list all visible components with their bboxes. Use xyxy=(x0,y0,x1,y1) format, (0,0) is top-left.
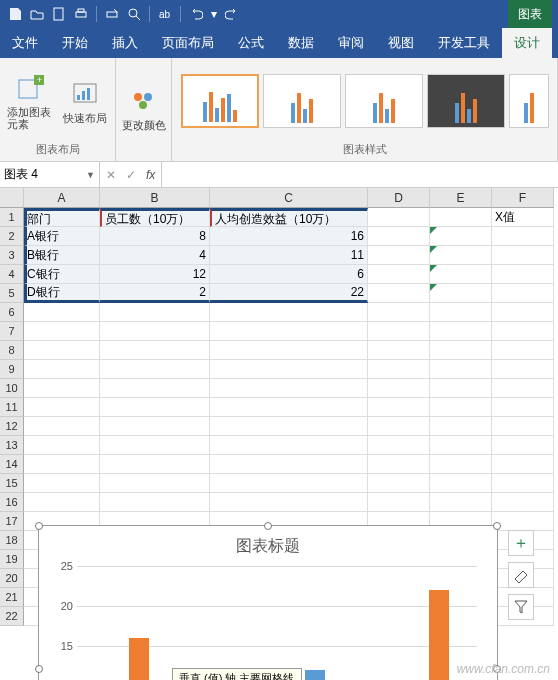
chart-style-4[interactable] xyxy=(427,74,505,128)
cell-D7[interactable] xyxy=(368,322,430,341)
dropdown-icon[interactable]: ▾ xyxy=(209,5,219,23)
cell-F10[interactable] xyxy=(492,379,554,398)
row-head-8[interactable]: 8 xyxy=(0,341,24,360)
tab-data[interactable]: 数据 xyxy=(276,28,326,58)
row-head-14[interactable]: 14 xyxy=(0,455,24,474)
print-icon[interactable] xyxy=(72,5,90,23)
row-head-10[interactable]: 10 xyxy=(0,379,24,398)
row-head-2[interactable]: 2 xyxy=(0,227,24,246)
quick-layout-button[interactable]: 快速布局 xyxy=(61,77,109,126)
bar-人均创造效益（10万）-A银行[interactable] xyxy=(129,638,149,680)
cell-D16[interactable] xyxy=(368,493,430,512)
chart-object[interactable]: 图表标题 0510152025A银行B银行C银行D银行 员工数（10万） 人均创… xyxy=(38,525,498,680)
accept-formula-icon[interactable]: ✓ xyxy=(126,168,136,182)
new-icon[interactable] xyxy=(50,5,68,23)
cell-A13[interactable] xyxy=(24,436,100,455)
cell-B1[interactable]: 员工数（10万） xyxy=(100,208,210,227)
chart-styles-button[interactable] xyxy=(508,562,534,588)
cell-E7[interactable] xyxy=(430,322,492,341)
cell-E1[interactable] xyxy=(430,208,492,227)
cell-E13[interactable] xyxy=(430,436,492,455)
cell-A6[interactable] xyxy=(24,303,100,322)
cell-F11[interactable] xyxy=(492,398,554,417)
cell-C7[interactable] xyxy=(210,322,368,341)
select-all-corner[interactable] xyxy=(0,188,24,208)
cell-F7[interactable] xyxy=(492,322,554,341)
row-head-6[interactable]: 6 xyxy=(0,303,24,322)
tab-view[interactable]: 视图 xyxy=(376,28,426,58)
cell-C11[interactable] xyxy=(210,398,368,417)
cell-F1[interactable]: X值 xyxy=(492,208,554,227)
row-head-16[interactable]: 16 xyxy=(0,493,24,512)
cell-F15[interactable] xyxy=(492,474,554,493)
cell-D15[interactable] xyxy=(368,474,430,493)
cell-C1[interactable]: 人均创造效益（10万） xyxy=(210,208,368,227)
cell-D5[interactable] xyxy=(368,284,430,303)
cell-D14[interactable] xyxy=(368,455,430,474)
row-head-20[interactable]: 20 xyxy=(0,569,24,588)
cell-B11[interactable] xyxy=(100,398,210,417)
chart-filter-button[interactable] xyxy=(508,594,534,620)
col-head-D[interactable]: D xyxy=(368,188,430,208)
cell-C8[interactable] xyxy=(210,341,368,360)
cell-F3[interactable] xyxy=(492,246,554,265)
tab-formula[interactable]: 公式 xyxy=(226,28,276,58)
cell-E6[interactable] xyxy=(430,303,492,322)
cell-D2[interactable] xyxy=(368,227,430,246)
cell-C16[interactable] xyxy=(210,493,368,512)
row-head-19[interactable]: 19 xyxy=(0,550,24,569)
cell-F4[interactable] xyxy=(492,265,554,284)
save-icon[interactable] xyxy=(6,5,24,23)
formula-bar-input[interactable] xyxy=(162,162,558,187)
cell-C9[interactable] xyxy=(210,360,368,379)
cell-C6[interactable] xyxy=(210,303,368,322)
chart-style-5[interactable] xyxy=(509,74,549,128)
cell-F12[interactable] xyxy=(492,417,554,436)
col-head-F[interactable]: F xyxy=(492,188,554,208)
quick-print-icon[interactable] xyxy=(103,5,121,23)
row-head-22[interactable]: 22 xyxy=(0,607,24,626)
cell-E14[interactable] xyxy=(430,455,492,474)
cell-C12[interactable] xyxy=(210,417,368,436)
undo-icon[interactable] xyxy=(187,5,205,23)
chart-style-gallery[interactable] xyxy=(181,74,549,128)
preview-icon[interactable] xyxy=(125,5,143,23)
cell-A2[interactable]: A银行 xyxy=(24,227,100,246)
cell-F6[interactable] xyxy=(492,303,554,322)
row-head-15[interactable]: 15 xyxy=(0,474,24,493)
tab-file[interactable]: 文件 xyxy=(0,28,50,58)
cell-D13[interactable] xyxy=(368,436,430,455)
cell-B3[interactable]: 4 xyxy=(100,246,210,265)
tab-home[interactable]: 开始 xyxy=(50,28,100,58)
tab-design[interactable]: 设计 xyxy=(502,28,552,58)
bar-员工数（10万）-C银行[interactable] xyxy=(305,670,325,680)
name-box-dropdown-icon[interactable]: ▼ xyxy=(86,170,95,180)
cell-C2[interactable]: 16 xyxy=(210,227,368,246)
cell-E2[interactable] xyxy=(430,227,492,246)
cell-D10[interactable] xyxy=(368,379,430,398)
cell-E10[interactable] xyxy=(430,379,492,398)
open-icon[interactable] xyxy=(28,5,46,23)
cell-D6[interactable] xyxy=(368,303,430,322)
tab-insert[interactable]: 插入 xyxy=(100,28,150,58)
cell-F16[interactable] xyxy=(492,493,554,512)
row-head-11[interactable]: 11 xyxy=(0,398,24,417)
cell-D1[interactable] xyxy=(368,208,430,227)
cell-A1[interactable]: 部门 xyxy=(24,208,100,227)
cell-A12[interactable] xyxy=(24,417,100,436)
cell-C14[interactable] xyxy=(210,455,368,474)
cell-B14[interactable] xyxy=(100,455,210,474)
cell-C5[interactable]: 22 xyxy=(210,284,368,303)
cell-E9[interactable] xyxy=(430,360,492,379)
cell-E4[interactable] xyxy=(430,265,492,284)
cell-F2[interactable] xyxy=(492,227,554,246)
cell-A9[interactable] xyxy=(24,360,100,379)
cell-A15[interactable] xyxy=(24,474,100,493)
cell-E11[interactable] xyxy=(430,398,492,417)
chart-elements-button[interactable]: ＋ xyxy=(508,530,534,556)
cell-B4[interactable]: 12 xyxy=(100,265,210,284)
cell-B6[interactable] xyxy=(100,303,210,322)
cell-B7[interactable] xyxy=(100,322,210,341)
cell-D4[interactable] xyxy=(368,265,430,284)
chart-style-3[interactable] xyxy=(345,74,423,128)
